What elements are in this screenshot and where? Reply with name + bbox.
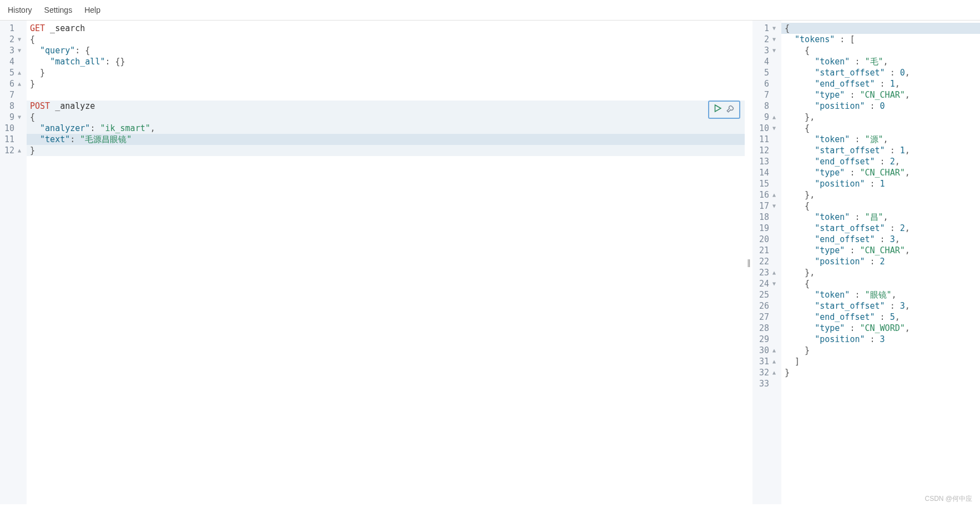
code-line[interactable]: "token" : "眼镜", (781, 289, 980, 300)
gutter-line: 26 (755, 300, 777, 312)
gutter-line: 3▼ (2, 45, 22, 56)
code-line[interactable]: GET _search (27, 23, 745, 34)
request-editor[interactable]: 12▼3▼45▲6▲789▼101112▲ GET _search{ "quer… (0, 21, 745, 504)
code-line[interactable]: "token" : "源", (781, 134, 980, 145)
code-line[interactable]: { (27, 34, 745, 45)
fold-toggle-icon[interactable]: ▼ (771, 278, 777, 289)
code-line[interactable]: "position" : 0 (781, 101, 980, 112)
gutter-line: 32▲ (755, 367, 777, 378)
code-line[interactable] (27, 89, 745, 101)
code-line[interactable]: { (781, 23, 980, 34)
response-code[interactable]: { "tokens" : [ { "token" : "毛", "start_o… (781, 21, 980, 504)
request-code[interactable]: GET _search{ "query": { "match_all": {} … (27, 21, 745, 504)
code-line[interactable]: "position" : 2 (781, 256, 980, 267)
fold-toggle-icon[interactable]: ▲ (771, 267, 777, 278)
gutter-line: 28 (755, 323, 777, 334)
gutter-line: 10 (2, 123, 22, 134)
code-line[interactable]: } (27, 78, 745, 89)
code-line[interactable]: "match_all": {} (27, 56, 745, 67)
fold-toggle-icon[interactable]: ▼ (17, 112, 22, 123)
fold-toggle-icon[interactable]: ▼ (771, 45, 777, 56)
code-line[interactable]: } (781, 345, 980, 356)
fold-toggle-icon[interactable]: ▼ (771, 200, 777, 212)
code-line[interactable]: }, (781, 267, 980, 278)
fold-toggle-icon[interactable]: ▼ (771, 23, 777, 34)
gutter-line: 19 (755, 223, 777, 234)
fold-toggle-icon[interactable]: ▼ (17, 34, 22, 45)
code-line[interactable]: "text": "毛源昌眼镜" (27, 134, 745, 145)
fold-toggle-icon[interactable]: ▲ (771, 345, 777, 356)
code-line[interactable]: "end_offset" : 2, (781, 156, 980, 167)
code-line[interactable]: "end_offset" : 5, (781, 312, 980, 323)
fold-toggle-icon[interactable]: ▲ (771, 112, 777, 123)
code-line[interactable]: "analyzer": "ik_smart", (27, 123, 745, 134)
code-line[interactable]: { (781, 123, 980, 134)
gutter-line: 1▼ (755, 23, 777, 34)
wrench-icon[interactable] (726, 103, 736, 116)
code-line[interactable]: "type" : "CN_WORD", (781, 323, 980, 334)
code-line[interactable]: "end_offset" : 1, (781, 78, 980, 89)
code-line[interactable]: POST _analyze (27, 101, 745, 112)
code-line[interactable]: { (781, 278, 980, 289)
fold-toggle-icon[interactable]: ▼ (771, 34, 777, 45)
gutter-line: 10▼ (755, 123, 777, 134)
gutter-line: 2▼ (2, 34, 22, 45)
code-line[interactable]: "start_offset" : 0, (781, 67, 980, 78)
request-gutter: 12▼3▼45▲6▲789▼101112▲ (0, 21, 27, 504)
code-line[interactable]: "end_offset" : 3, (781, 234, 980, 245)
fold-toggle-icon[interactable]: ▲ (17, 78, 22, 89)
gutter-line: 3▼ (755, 45, 777, 56)
fold-toggle-icon[interactable]: ▲ (771, 367, 777, 378)
code-line[interactable]: "position" : 1 (781, 178, 980, 189)
menu-help[interactable]: Help (84, 6, 100, 14)
response-gutter: 1▼2▼3▼456789▲10▼111213141516▲17▼18192021… (752, 21, 781, 504)
code-line[interactable] (781, 378, 980, 389)
code-line[interactable]: { (781, 200, 980, 212)
code-line[interactable]: "type" : "CN_CHAR", (781, 167, 980, 178)
code-line[interactable]: } (27, 67, 745, 78)
gutter-line: 29 (755, 334, 777, 345)
code-line[interactable]: "start_offset" : 3, (781, 300, 980, 312)
fold-toggle-icon[interactable]: ▲ (17, 145, 22, 156)
code-line[interactable]: { (781, 45, 980, 56)
gutter-line: 6 (755, 78, 777, 89)
menu-settings[interactable]: Settings (44, 6, 73, 14)
code-line[interactable]: "start_offset" : 2, (781, 223, 980, 234)
gutter-line: 4 (755, 56, 777, 67)
response-viewer[interactable]: 1▼2▼3▼456789▲10▼111213141516▲17▼18192021… (752, 21, 980, 504)
code-line[interactable]: "start_offset" : 1, (781, 145, 980, 156)
svg-marker-0 (715, 105, 721, 112)
gutter-line: 8 (2, 101, 22, 112)
gutter-line: 31▲ (755, 356, 777, 367)
fold-toggle-icon[interactable]: ▲ (17, 67, 22, 78)
code-line[interactable]: }, (781, 189, 980, 200)
fold-toggle-icon[interactable]: ▼ (771, 123, 777, 134)
menu-history[interactable]: History (8, 6, 32, 14)
gutter-line: 4 (2, 56, 22, 67)
code-line[interactable]: "tokens" : [ (781, 34, 980, 45)
editor-panes: 12▼3▼45▲6▲789▼101112▲ GET _search{ "quer… (0, 21, 980, 504)
gutter-line: 25 (755, 289, 777, 300)
code-line[interactable]: ] (781, 356, 980, 367)
code-line[interactable]: "type" : "CN_CHAR", (781, 89, 980, 101)
fold-toggle-icon[interactable]: ▼ (17, 45, 22, 56)
gutter-line: 9▼ (2, 112, 22, 123)
code-line[interactable]: } (781, 367, 980, 378)
code-line[interactable]: "position" : 3 (781, 334, 980, 345)
pane-splitter[interactable]: ‖ (745, 21, 752, 504)
code-line[interactable]: } (27, 145, 745, 156)
fold-toggle-icon[interactable]: ▲ (771, 189, 777, 200)
gutter-line: 12▲ (2, 145, 22, 156)
run-icon[interactable] (713, 103, 723, 116)
gutter-line: 33 (755, 378, 777, 389)
code-line[interactable]: "query": { (27, 45, 745, 56)
gutter-line: 8 (755, 101, 777, 112)
code-line[interactable]: "token" : "昌", (781, 212, 980, 223)
code-line[interactable]: }, (781, 112, 980, 123)
gutter-line: 14 (755, 167, 777, 178)
fold-toggle-icon[interactable]: ▲ (771, 356, 777, 367)
code-line[interactable]: "type" : "CN_CHAR", (781, 245, 980, 256)
gutter-line: 16▲ (755, 189, 777, 200)
code-line[interactable]: "token" : "毛", (781, 56, 980, 67)
code-line[interactable]: { (27, 112, 745, 123)
